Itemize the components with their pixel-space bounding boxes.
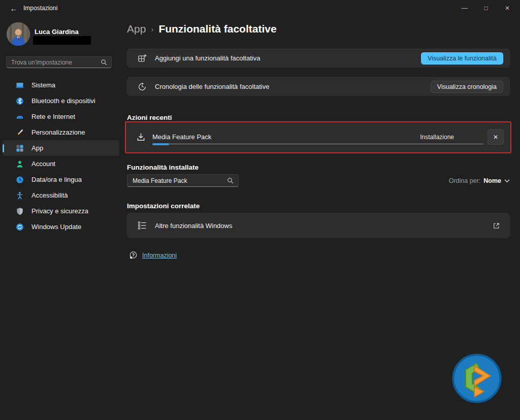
progress-bar — [152, 143, 483, 145]
sidebar-item-data-ora[interactable]: Data/ora e lingua — [3, 172, 119, 187]
download-icon — [136, 133, 146, 142]
installed-features-search-box[interactable] — [127, 174, 239, 187]
maximize-icon: □ — [484, 5, 488, 12]
back-button[interactable]: ← — [5, 2, 22, 15]
user-name: Luca Giardina — [35, 28, 79, 36]
bluetooth-icon — [16, 97, 24, 105]
add-optional-feature-card: Aggiungi una funzionalità facoltativa Vi… — [127, 49, 510, 68]
installed-features-search-input[interactable] — [127, 177, 227, 184]
settings-search-box[interactable] — [6, 56, 112, 68]
sidebar-item-privacy[interactable]: Privacy e sicurezza — [3, 203, 119, 219]
sidebar-item-accessibilita[interactable]: Accessibilità — [3, 187, 119, 203]
sidebar-item-label: Rete e Internet — [31, 113, 75, 120]
progress-fill — [152, 143, 169, 145]
informazioni-link[interactable]: Informazioni — [142, 252, 177, 259]
more-features-label: Altre funzionalità Windows — [155, 222, 493, 230]
related-settings-heading: Impostazioni correlate — [127, 202, 200, 210]
page-title: Funzionalità facoltative — [158, 23, 276, 35]
feature-history-card: Cronologia delle funzionalità facoltativ… — [127, 77, 510, 96]
sort-value: Nome — [483, 177, 501, 184]
logo-icon — [451, 353, 502, 404]
view-history-button[interactable]: Visualizza cronologia — [431, 81, 503, 93]
breadcrumb-parent[interactable]: App — [127, 23, 146, 35]
sidebar-item-label: Data/ora e lingua — [31, 176, 82, 183]
svg-text:?: ? — [132, 252, 135, 257]
sidebar-item-app[interactable]: App — [3, 140, 119, 156]
search-icon — [101, 59, 107, 66]
sidebar-item-label: Bluetooth e dispositivi — [31, 97, 95, 105]
window-title: Impostazioni — [23, 5, 57, 12]
update-icon — [16, 223, 24, 231]
more-windows-features-row[interactable]: Altre funzionalità Windows — [127, 213, 510, 238]
system-icon — [16, 81, 24, 89]
shield-icon — [16, 207, 24, 215]
personalization-icon — [16, 128, 24, 137]
redacted-email — [33, 36, 91, 45]
sidebar-item-sistema[interactable]: Sistema — [3, 77, 119, 93]
minimize-button[interactable]: — — [454, 0, 475, 16]
watermark-logo — [451, 353, 502, 404]
status-text: Installazione — [420, 134, 454, 141]
sidebar-item-label: App — [31, 144, 43, 152]
sidebar-item-bluetooth[interactable]: Bluetooth e dispositivi — [3, 93, 119, 109]
sidebar-item-label: Personalizzazione — [31, 128, 85, 136]
back-icon: ← — [10, 4, 18, 13]
sidebar-nav: Sistema Bluetooth e dispositivi Rete e I… — [3, 77, 119, 235]
window-controls: — □ ✕ — [454, 0, 518, 16]
chevron-down-icon — [504, 179, 510, 183]
maximize-button[interactable]: □ — [475, 0, 497, 16]
apps-icon — [16, 144, 24, 152]
sidebar-item-rete[interactable]: Rete e Internet — [3, 109, 119, 124]
sidebar-item-account[interactable]: Account — [3, 156, 119, 172]
minimize-icon: — — [462, 5, 468, 12]
external-link-icon — [493, 222, 500, 230]
sidebar-item-label: Windows Update — [31, 223, 81, 231]
get-help-row: ? Informazioni — [129, 251, 177, 260]
sidebar-item-label: Privacy e sicurezza — [31, 207, 88, 215]
close-icon: ✕ — [493, 134, 498, 141]
breadcrumb-separator-icon: › — [151, 25, 153, 34]
cancel-install-button[interactable]: ✕ — [488, 129, 504, 145]
help-icon: ? — [129, 251, 138, 260]
progress-track — [152, 144, 483, 144]
settings-search-input[interactable] — [7, 59, 101, 66]
feature-list-icon — [138, 221, 147, 230]
search-icon — [227, 177, 234, 184]
view-features-button[interactable]: Visualizza le funzionalità — [421, 52, 503, 64]
account-icon — [16, 160, 24, 168]
add-feature-icon — [138, 54, 147, 63]
history-label: Cronologia delle funzionalità facoltativ… — [155, 83, 431, 90]
feature-name: Media Feature Pack — [152, 133, 211, 141]
history-icon — [138, 82, 147, 91]
sidebar-item-label: Sistema — [31, 81, 55, 89]
sidebar-item-label: Account — [31, 160, 55, 168]
breadcrumb: App › Funzionalità facoltative — [127, 23, 277, 35]
avatar-photo — [7, 22, 30, 46]
sort-label: Ordina per: — [449, 177, 481, 184]
network-icon — [16, 113, 24, 121]
add-feature-label: Aggiungi una funzionalità facoltativa — [155, 54, 421, 62]
sidebar-item-personalizzazione[interactable]: Personalizzazione — [3, 124, 119, 140]
close-button[interactable]: ✕ — [497, 0, 518, 16]
recent-action-row annotation-box: Media Feature Pack Installazione ✕ — [125, 121, 511, 153]
accessibility-icon — [16, 191, 24, 200]
installed-features-heading: Funzionalità installate — [127, 164, 199, 171]
close-icon: ✕ — [505, 5, 510, 12]
titlebar: ← Impostazioni — □ ✕ — [0, 0, 520, 16]
avatar[interactable] — [7, 22, 30, 46]
datetime-icon — [16, 176, 24, 184]
recent-actions-heading: Azioni recenti — [127, 114, 172, 121]
sidebar-item-label: Accessibilità — [31, 191, 68, 199]
sidebar-item-windows-update[interactable]: Windows Update — [3, 219, 119, 235]
sort-dropdown[interactable]: Ordina per: Nome — [449, 177, 510, 184]
